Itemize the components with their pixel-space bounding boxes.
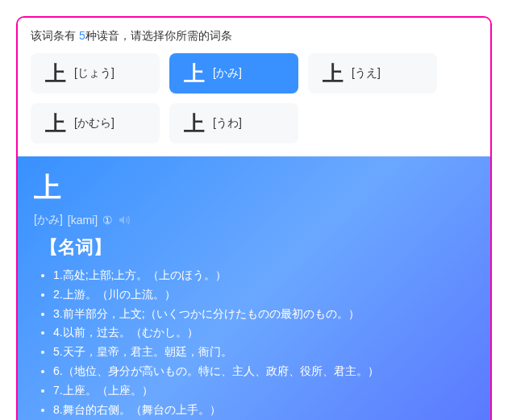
phonetic-line: [かみ] [kami] ① bbox=[34, 213, 474, 227]
accent-mark: ① bbox=[102, 214, 113, 227]
prompt-suffix: 种读音，请选择你所需的词条 bbox=[85, 29, 232, 42]
prompt-prefix: 该词条有 bbox=[31, 29, 79, 42]
reading-kanji: 上 bbox=[184, 60, 205, 88]
definition-panel: 上 [かみ] [kami] ① 【名词】 1.高处;上部;上方。（上のほう。）2… bbox=[18, 156, 490, 420]
reading-option[interactable]: 上[うえ] bbox=[308, 53, 437, 94]
definitions-list: 1.高处;上部;上方。（上のほう。）2.上游。（川の上流。）3.前半部分，上文;… bbox=[34, 266, 474, 419]
definition-item: 6.（地位、身分が高いもの。特に、主人、政府、役所、君主。） bbox=[53, 362, 474, 381]
definition-header: 上 [かみ] [kami] ① bbox=[34, 169, 474, 227]
dictionary-card: 该词条有 5种读音，请选择你所需的词条 上[じょう]上[かみ]上[うえ]上[かむ… bbox=[16, 16, 492, 420]
readings-panel: 该词条有 5种读音，请选择你所需的词条 上[じょう]上[かみ]上[うえ]上[かむ… bbox=[18, 18, 490, 156]
audio-icon[interactable] bbox=[118, 214, 131, 227]
definition-item: 8.舞台的右侧。（舞台の上手。） bbox=[53, 401, 474, 420]
reading-kana: [かむら] bbox=[74, 116, 115, 131]
reading-option[interactable]: 上[じょう] bbox=[31, 53, 160, 94]
readings-count: 5 bbox=[79, 29, 85, 42]
reading-kana: [じょう] bbox=[74, 66, 115, 81]
part-of-speech: 【名词】 bbox=[40, 235, 474, 260]
headword: 上 bbox=[34, 169, 474, 206]
phonetic-romaji: [kami] bbox=[68, 214, 98, 227]
definition-item: 7.上座。（上座。） bbox=[53, 381, 474, 401]
reading-kanji: 上 bbox=[323, 60, 344, 88]
reading-kanji: 上 bbox=[45, 60, 66, 88]
reading-kana: [かみ] bbox=[213, 66, 242, 81]
phonetic-kana: [かみ] bbox=[34, 213, 63, 227]
reading-option[interactable]: 上[かみ] bbox=[169, 53, 298, 94]
prompt-text: 该词条有 5种读音，请选择你所需的词条 bbox=[31, 29, 477, 44]
definition-item: 5.天子，皇帝，君主。朝廷，衙门。 bbox=[53, 343, 474, 362]
definition-item: 2.上游。（川の上流。） bbox=[53, 285, 474, 305]
definition-item: 3.前半部分，上文;（いくつかに分けたものの最初のもの。） bbox=[53, 305, 474, 324]
reading-kana: [うえ] bbox=[352, 66, 381, 81]
reading-kanji: 上 bbox=[184, 110, 205, 138]
reading-option[interactable]: 上[かむら] bbox=[31, 103, 160, 143]
reading-option[interactable]: 上[うわ] bbox=[169, 103, 298, 143]
readings-list: 上[じょう]上[かみ]上[うえ]上[かむら]上[うわ] bbox=[31, 53, 477, 143]
reading-kana: [うわ] bbox=[213, 116, 242, 131]
reading-kanji: 上 bbox=[45, 110, 66, 138]
definition-item: 1.高处;上部;上方。（上のほう。） bbox=[53, 266, 474, 285]
definition-item: 4.以前，过去。（むかし。） bbox=[53, 323, 474, 343]
